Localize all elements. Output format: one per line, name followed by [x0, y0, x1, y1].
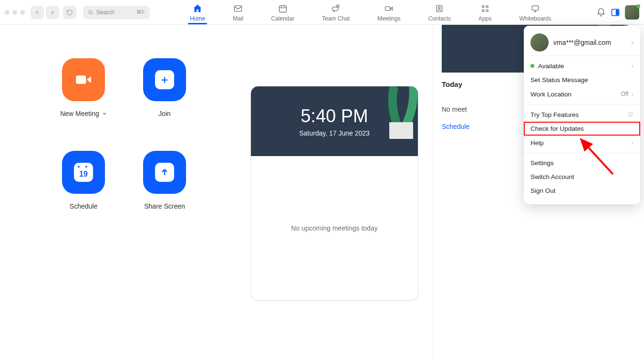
sidebar-toggle-icon[interactable]: [611, 8, 620, 17]
svg-line-27: [581, 139, 613, 174]
svg-point-15: [486, 10, 488, 11]
svg-rect-2: [235, 6, 242, 11]
available-label: Available: [538, 63, 564, 70]
chevron-right-icon: ›: [631, 39, 634, 46]
window-controls[interactable]: [5, 10, 25, 15]
tab-label: Whiteboards: [519, 15, 551, 22]
tab-home[interactable]: Home: [188, 0, 207, 24]
svg-point-0: [89, 11, 92, 14]
join-label: Join: [158, 110, 171, 117]
dropdown-sign-out[interactable]: Sign Out: [524, 184, 640, 198]
calendar-icon: [278, 3, 288, 14]
schedule-tile[interactable]: ● ● 19 Schedule: [57, 151, 110, 210]
svg-point-11: [438, 7, 440, 9]
dropdown-available[interactable]: Available ›: [524, 59, 640, 73]
work-location-label: Work Location: [530, 91, 571, 98]
external-link-icon: [628, 111, 634, 118]
plus-icon: ＋: [143, 58, 186, 101]
new-meeting-tile[interactable]: New Meeting: [57, 58, 110, 117]
svg-rect-24: [389, 122, 413, 139]
top-bar: Search ⌘F Home Mail Calendar Team Chat M…: [0, 0, 644, 25]
tab-label: Calendar: [271, 15, 294, 22]
svg-rect-3: [279, 6, 286, 12]
help-label: Help: [530, 139, 544, 147]
svg-point-12: [482, 5, 484, 7]
presence-dot: [636, 4, 640, 8]
chevron-right-icon: ›: [631, 139, 634, 147]
top-features-label: Try Top Features: [530, 111, 579, 118]
svg-line-1: [92, 13, 93, 14]
clock-time: 5:40 PM: [301, 106, 368, 126]
tab-mail[interactable]: Mail: [231, 0, 245, 24]
notifications-icon[interactable]: [596, 8, 606, 17]
dropdown-work-location[interactable]: Work Location Off›: [524, 87, 640, 101]
account-email: vma***@gmail.com: [553, 39, 626, 46]
chevron-down-icon[interactable]: [102, 111, 107, 116]
tab-label: Home: [190, 15, 205, 22]
apps-icon: [480, 3, 490, 14]
chevron-right-icon: ›: [631, 62, 634, 70]
plant-decoration: [375, 86, 418, 139]
tab-meetings[interactable]: Meetings: [375, 0, 403, 24]
tab-label: Team Chat: [322, 15, 350, 22]
sign-out-label: Sign Out: [530, 187, 556, 194]
video-icon: [62, 58, 105, 101]
profile-avatar[interactable]: [625, 5, 639, 20]
chat-icon: [331, 3, 341, 14]
nav-back-button[interactable]: [31, 6, 44, 19]
check-updates-label: Check for Updates: [530, 125, 584, 132]
nav-forward-button[interactable]: [46, 6, 59, 19]
tab-apps[interactable]: Apps: [477, 0, 493, 24]
svg-rect-8: [385, 6, 390, 10]
clock-date: Saturday, 17 June 2023: [299, 129, 370, 137]
svg-rect-21: [76, 75, 86, 84]
svg-marker-22: [87, 76, 91, 83]
tab-label: Contacts: [428, 15, 451, 22]
switch-account-label: Switch Account: [530, 173, 574, 180]
share-screen-icon: [143, 151, 186, 194]
dropdown-top-features[interactable]: Try Top Features: [524, 107, 640, 122]
svg-point-13: [486, 5, 488, 7]
svg-rect-16: [532, 6, 538, 10]
whiteboard-icon: [530, 3, 540, 14]
work-location-value: Off: [621, 91, 629, 97]
tab-whiteboards[interactable]: Whiteboards: [517, 0, 553, 24]
home-icon: [192, 3, 203, 14]
dropdown-account-row[interactable]: vma***@gmail.com ›: [524, 30, 640, 55]
share-screen-tile[interactable]: Share Screen: [138, 151, 191, 210]
upcoming-card: 5:40 PM Saturday, 17 June 2023 No upcomi…: [250, 86, 418, 301]
settings-label: Settings: [530, 159, 554, 167]
search-shortcut: ⌘F: [136, 9, 145, 15]
video-icon: [384, 3, 394, 14]
tab-team-chat[interactable]: Team Chat: [320, 0, 352, 24]
set-status-label: Set Status Message: [530, 76, 588, 84]
search-placeholder: Search: [96, 9, 114, 16]
dropdown-set-status[interactable]: Set Status Message: [524, 73, 640, 87]
dropdown-avatar: [530, 33, 549, 52]
calendar-day: 19: [79, 170, 88, 179]
chevron-right-icon: ›: [631, 90, 634, 98]
calendar-icon: ● ● 19: [62, 151, 105, 194]
contacts-icon: [435, 3, 444, 14]
svg-marker-9: [391, 7, 393, 10]
tab-label: Meetings: [377, 15, 401, 22]
tab-label: Apps: [478, 15, 491, 22]
mail-icon: [233, 3, 243, 14]
svg-point-14: [482, 10, 484, 11]
share-screen-label: Share Screen: [144, 202, 185, 210]
tab-calendar[interactable]: Calendar: [269, 0, 296, 24]
history-button[interactable]: [63, 6, 76, 19]
annotation-arrow: [572, 134, 620, 181]
tab-contacts[interactable]: Contacts: [426, 0, 453, 24]
schedule-label: Schedule: [70, 202, 97, 210]
join-tile[interactable]: ＋ Join: [138, 58, 191, 117]
new-meeting-label: New Meeting: [60, 110, 99, 117]
status-dot-icon: [530, 64, 534, 68]
svg-rect-20: [616, 10, 619, 15]
no-meetings-text: No upcoming meetings today: [291, 224, 377, 232]
main-tabs: Home Mail Calendar Team Chat Meetings Co…: [150, 0, 592, 24]
tab-label: Mail: [233, 15, 243, 22]
search-input[interactable]: Search ⌘F: [83, 6, 150, 19]
